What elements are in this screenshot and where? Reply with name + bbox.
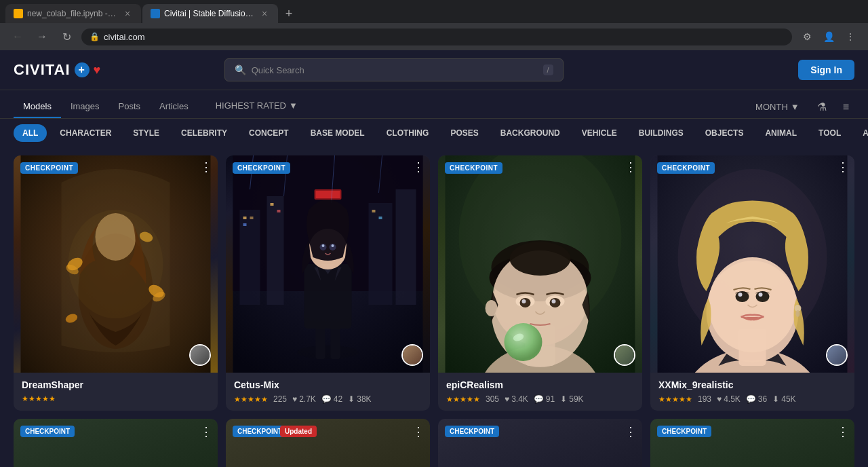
card-title-dreamshaper: DreamShaper	[22, 379, 210, 390]
period-sort-button[interactable]: MONTH ▼	[749, 98, 806, 116]
nav-item-models[interactable]: Models	[14, 96, 61, 118]
tag-celebrity[interactable]: CELEBRITY	[172, 124, 236, 142]
card-menu-cetus[interactable]: ⋮	[412, 161, 425, 173]
forward-button[interactable]: →	[33, 27, 52, 46]
partial-card-badge-4: CHECKPOINT	[657, 426, 711, 437]
tab-favicon-1	[14, 9, 23, 18]
card-comments-xxmix: 💬 36	[746, 394, 767, 404]
search-bar[interactable]: 🔍 Quick Search /	[224, 58, 564, 81]
nav-item-images[interactable]: Images	[61, 96, 109, 118]
card-menu-dreamshaper[interactable]: ⋮	[200, 161, 212, 173]
card-stars-xxmix: ★★★★★	[658, 395, 692, 404]
tag-clothing[interactable]: CLOTHING	[378, 124, 438, 142]
tab-title-1: new_colab_file.ipynb - Colabora...	[27, 9, 118, 18]
svg-point-37	[332, 244, 334, 247]
partial-card-3[interactable]: CHECKPOINT ⋮	[438, 419, 642, 467]
browser-toolbar: ← → ↻ 🔒 civitai.com ⚙ 👤 ⋮	[0, 23, 868, 50]
model-card-dreamshaper[interactable]: CHECKPOINT ⋮ DreamShaper ★★★★★	[14, 155, 218, 411]
tag-concept[interactable]: CONCEPT	[240, 124, 298, 142]
tab-close-1[interactable]: ×	[122, 8, 133, 19]
sort-highest-rated-button[interactable]: HIGHEST RATED ▼	[209, 96, 304, 115]
nav-item-articles[interactable]: Articles	[150, 96, 198, 118]
xxmix-illustration	[650, 155, 854, 373]
card-avatar-epicrealism	[614, 344, 635, 366]
layout-button[interactable]: ≡	[837, 97, 854, 117]
card-image-cetus: CHECKPOINT ⋮	[226, 155, 430, 373]
card-likes-count-cetus: 2.7K	[299, 394, 316, 404]
card-badge-epicrealism: CHECKPOINT	[445, 162, 502, 174]
tag-animal[interactable]: ANIMAL	[756, 124, 806, 142]
tag-tool[interactable]: TOOL	[810, 124, 850, 142]
partial-card-menu-4[interactable]: ⋮	[837, 424, 849, 439]
site-logo[interactable]: CIVITAI + ♥	[14, 61, 101, 79]
svg-point-68	[759, 293, 763, 297]
nav-item-posts[interactable]: Posts	[109, 96, 151, 118]
card-stats-dreamshaper: ★★★★★	[22, 394, 210, 403]
partial-card-menu-1[interactable]: ⋮	[200, 424, 212, 439]
tag-all[interactable]: ALL	[14, 124, 47, 142]
header-right: Sign In	[798, 60, 854, 80]
profile-button[interactable]: 👤	[819, 27, 838, 46]
main-content: CHECKPOINT ⋮ DreamShaper ★★★★★	[0, 147, 868, 467]
card-likes-count-epicrealism: 3.4K	[511, 394, 528, 404]
tag-background[interactable]: BACKGROUND	[492, 124, 569, 142]
svg-rect-18	[243, 223, 247, 226]
partial-card-2[interactable]: CHECKPOINT Updated ⋮	[226, 419, 430, 467]
svg-rect-19	[271, 203, 274, 206]
tag-poses[interactable]: POSES	[441, 124, 487, 142]
svg-rect-22	[379, 217, 382, 219]
refresh-button[interactable]: ↻	[57, 27, 76, 46]
tag-objects[interactable]: OBJECTS	[696, 124, 753, 142]
card-comments-epicrealism: 💬 91	[534, 394, 555, 404]
partial-card-updated-badge: Updated	[280, 426, 317, 437]
model-card-epicrealism[interactable]: CHECKPOINT ⋮ epiCRealism ★★★★★ 305 ♥ 3.4…	[438, 155, 642, 411]
address-bar[interactable]: 🔒 civitai.com	[81, 29, 792, 45]
card-info-dreamshaper: DreamShaper ★★★★★	[14, 373, 218, 410]
tag-base-model[interactable]: BASE MODEL	[302, 124, 374, 142]
heart-icon-epicrealism: ♥	[505, 394, 509, 404]
svg-rect-16	[243, 217, 247, 219]
tab-favicon-2	[151, 9, 160, 18]
logo-heart-icon[interactable]: ♥	[94, 63, 102, 77]
tag-character[interactable]: CHARACTER	[51, 124, 120, 142]
partial-card-badge-3: CHECKPOINT	[445, 426, 499, 437]
tab-close-2[interactable]: ×	[259, 8, 270, 19]
partial-card-1[interactable]: CHECKPOINT ⋮	[14, 419, 218, 467]
search-shortcut-badge: /	[543, 64, 553, 75]
browser-tab-2[interactable]: Civitai | Stable Diffusion models... ×	[142, 4, 278, 23]
card-likes-cetus: ♥ 2.7K	[292, 394, 316, 404]
partial-card-menu-3[interactable]: ⋮	[625, 424, 637, 439]
tag-buildings[interactable]: BUILDINGS	[630, 124, 692, 142]
svg-point-29	[298, 345, 359, 359]
model-card-cetus-mix[interactable]: CHECKPOINT ⋮ Cetus-Mix ★★★★★ 225 ♥ 2.7K …	[226, 155, 430, 411]
browser-tab-1[interactable]: new_colab_file.ipynb - Colabora... ×	[5, 4, 141, 23]
card-downloads-xxmix: ⬇ 45K	[772, 394, 795, 404]
model-card-xxmix[interactable]: CHECKPOINT ⋮ XXMix_9realistic ★★★★★ 193 …	[650, 155, 854, 411]
card-comments-count-epicrealism: 91	[546, 394, 555, 404]
card-image-epicrealism: CHECKPOINT ⋮	[438, 155, 642, 373]
filter-button[interactable]: ⚗	[812, 96, 832, 117]
card-image-xxmix: CHECKPOINT ⋮	[650, 155, 854, 373]
tag-vehicle[interactable]: VEHICLE	[573, 124, 626, 142]
card-downloads-count-xxmix: 45K	[781, 394, 795, 404]
partial-card-menu-2[interactable]: ⋮	[412, 424, 425, 439]
sort-label: HIGHEST RATED	[216, 100, 286, 111]
card-likes-count-xxmix: 4.5K	[724, 394, 741, 404]
back-button[interactable]: ←	[8, 27, 27, 46]
card-menu-xxmix[interactable]: ⋮	[837, 161, 849, 173]
tag-action[interactable]: ACTION	[854, 124, 868, 142]
download-icon-epicrealism: ⬇	[560, 394, 567, 404]
card-menu-epicrealism[interactable]: ⋮	[625, 161, 637, 173]
menu-button[interactable]: ⋮	[841, 27, 860, 46]
logo-plus-button[interactable]: +	[75, 62, 90, 77]
svg-point-54	[505, 323, 542, 361]
card-rating-epicrealism: 305	[486, 394, 499, 404]
svg-rect-21	[372, 210, 376, 212]
sign-in-button[interactable]: Sign In	[798, 60, 854, 80]
tag-style[interactable]: STYLE	[124, 124, 168, 142]
extensions-button[interactable]: ⚙	[797, 27, 816, 46]
svg-point-53	[552, 299, 556, 303]
card-title-xxmix: XXMix_9realistic	[658, 379, 846, 390]
partial-card-4[interactable]: CHECKPOINT ⋮	[650, 419, 854, 467]
new-tab-button[interactable]: +	[279, 4, 298, 23]
